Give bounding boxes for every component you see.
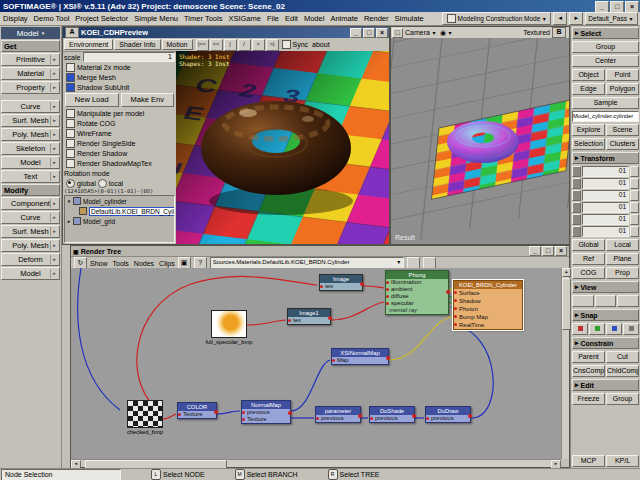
axis-toggle-button[interactable] bbox=[572, 178, 581, 189]
pass-prev-icon[interactable]: ◂ bbox=[553, 12, 567, 25]
node-parameter[interactable]: parameter previous bbox=[315, 406, 361, 423]
global-radio[interactable] bbox=[66, 179, 75, 188]
snap-point-icon[interactable] bbox=[572, 323, 588, 335]
node-port[interactable]: Bump Map bbox=[454, 313, 522, 321]
select-section-header[interactable]: ▸ Select bbox=[572, 27, 639, 39]
explorer-item[interactable]: ▾ Model_cylinder bbox=[65, 196, 174, 206]
field-stepper-button[interactable] bbox=[630, 214, 639, 225]
node-title[interactable]: COLOR bbox=[178, 403, 216, 411]
option-checkbox[interactable] bbox=[66, 109, 75, 118]
option-checkbox[interactable] bbox=[66, 119, 75, 128]
menu-item[interactable]: Render bbox=[361, 14, 392, 23]
node-title[interactable]: KOEI_BRDN_Cylinder bbox=[454, 281, 522, 289]
axis-toggle-button[interactable] bbox=[572, 226, 581, 237]
get-section-header[interactable]: Get bbox=[1, 40, 60, 52]
node-normalmap[interactable]: NormalMap previousTexture bbox=[241, 400, 291, 424]
construction-mode-dropdown[interactable]: Modeling Construction Mode ▾ bbox=[442, 12, 552, 25]
node-phong[interactable]: Phong Illuminationambientdiffusespecular… bbox=[385, 270, 449, 315]
scene-button[interactable]: Scene bbox=[606, 124, 639, 136]
node-port[interactable]: ambient bbox=[386, 286, 448, 293]
toolbar-button[interactable]: Model ▸ bbox=[1, 267, 60, 280]
submenu-arrow-icon[interactable]: ▸ bbox=[50, 269, 58, 278]
menu-item[interactable]: File bbox=[264, 14, 282, 23]
sync-checkbox[interactable] bbox=[282, 40, 291, 49]
pass-dropdown[interactable]: Default_Pass ▾ bbox=[585, 12, 638, 25]
node-port[interactable]: Texture bbox=[178, 411, 216, 418]
menu-item[interactable]: Timer Tools bbox=[181, 14, 225, 23]
horizontal-scrollbar[interactable]: ◂ ▸ bbox=[71, 459, 561, 467]
transform-section-header[interactable]: ▸ Transform bbox=[572, 152, 639, 164]
axis-toggle-button[interactable] bbox=[572, 190, 581, 201]
new-load-button[interactable]: New Load bbox=[65, 93, 119, 107]
option-checkbox[interactable] bbox=[66, 139, 75, 148]
output-port-icon[interactable] bbox=[214, 410, 218, 414]
submenu-arrow-icon[interactable]: ▸ bbox=[50, 255, 58, 264]
preview-titlebar[interactable]: A KOEI_CDHPreview _ □ × bbox=[63, 27, 389, 38]
node-port[interactable]: previous bbox=[370, 415, 414, 422]
submenu-arrow-icon[interactable]: ▸ bbox=[50, 69, 58, 78]
transport-button[interactable]: |<< bbox=[196, 39, 209, 51]
toolbar-button[interactable]: Curve ▸ bbox=[1, 211, 60, 224]
axis-toggle-button[interactable] bbox=[572, 166, 581, 177]
submenu-arrow-icon[interactable]: ▸ bbox=[50, 55, 58, 64]
global-mode-button[interactable]: Global bbox=[572, 239, 605, 251]
node-port[interactable]: Illumination bbox=[386, 279, 448, 286]
menu-item[interactable]: Edit bbox=[282, 14, 301, 23]
toolbar-button[interactable]: Material ▸ bbox=[1, 67, 60, 80]
output-port-icon[interactable] bbox=[412, 414, 416, 418]
sample-filter-button[interactable]: Sample bbox=[572, 97, 639, 109]
tab-environment[interactable]: Environment bbox=[64, 39, 113, 50]
toolbar-button[interactable]: Deform ▸ bbox=[1, 253, 60, 266]
menu-item[interactable]: Animate bbox=[327, 14, 361, 23]
node-image[interactable]: Image tex bbox=[319, 274, 363, 291]
node-port[interactable]: diffuse bbox=[386, 293, 448, 300]
field-stepper-button[interactable] bbox=[630, 202, 639, 213]
output-port-icon[interactable] bbox=[360, 282, 364, 286]
toolbar-mode-dropdown[interactable]: Model ▾ bbox=[1, 27, 60, 39]
shadow-subunit-checkbox[interactable] bbox=[66, 83, 75, 92]
node-title[interactable]: Phong bbox=[386, 271, 448, 279]
minimize-icon[interactable]: _ bbox=[350, 28, 362, 38]
node-image1[interactable]: Image1 tex bbox=[287, 308, 331, 325]
selection-button[interactable]: Selection bbox=[572, 138, 605, 150]
render-tree-menu-item[interactable]: Clips bbox=[159, 260, 175, 267]
node-koei-brdn-cylinder[interactable]: KOEI_BRDN_Cylinder SurfaceShadowPhotonBu… bbox=[453, 280, 523, 330]
submenu-arrow-icon[interactable]: ▸ bbox=[50, 172, 58, 181]
center-button[interactable]: Center bbox=[572, 55, 639, 67]
expand-icon[interactable]: ▾ bbox=[65, 198, 73, 204]
viewport-b-canvas[interactable]: Result bbox=[391, 38, 569, 244]
polygon-filter-button[interactable]: Polygon bbox=[606, 83, 639, 95]
group-edit-button[interactable]: Group bbox=[606, 393, 639, 405]
local-mode-button[interactable]: Local bbox=[606, 239, 639, 251]
axis-toggle-button[interactable] bbox=[572, 214, 581, 225]
transform-value-field[interactable]: 01 bbox=[582, 202, 629, 213]
edge-filter-button[interactable]: Edge bbox=[572, 83, 605, 95]
material-2x-checkbox[interactable] bbox=[66, 63, 75, 72]
submenu-arrow-icon[interactable]: ▸ bbox=[50, 83, 58, 92]
texture-thumbnail[interactable] bbox=[127, 400, 163, 428]
transform-value-field[interactable]: 01 bbox=[582, 214, 629, 225]
edit-section-header[interactable]: ▸ Edit bbox=[572, 379, 639, 391]
transform-value-field[interactable]: 01 bbox=[582, 178, 629, 189]
render-tree-menu-item[interactable]: Tools bbox=[113, 260, 129, 267]
option-row[interactable]: Manipulate per model bbox=[64, 108, 175, 118]
modify-section-header[interactable]: Modify bbox=[1, 184, 60, 196]
render-tree-titlebar[interactable]: ▣ Render Tree _ □ × bbox=[71, 246, 569, 257]
toolbar-button[interactable]: Poly. Mesh ▸ bbox=[1, 128, 60, 141]
viewport-a-canvas[interactable]: B C 2 3 D E F 5 6 7 L U bbox=[176, 51, 389, 244]
node-port[interactable]: tex bbox=[320, 283, 362, 290]
ref-mode-button[interactable]: Ref bbox=[572, 253, 605, 265]
output-port-icon[interactable] bbox=[358, 414, 362, 418]
view-tool-button[interactable] bbox=[617, 295, 639, 307]
group-button[interactable]: Group bbox=[572, 41, 639, 53]
toolbar-button[interactable]: Model ▸ bbox=[1, 156, 60, 169]
node-title[interactable]: Image bbox=[320, 275, 362, 283]
transport-button[interactable]: / bbox=[238, 39, 251, 51]
option-row[interactable]: Material 2x mode bbox=[64, 62, 175, 72]
render-tree-menu-item[interactable]: Show bbox=[90, 260, 108, 267]
field-stepper-button[interactable] bbox=[630, 226, 639, 237]
output-port-icon[interactable] bbox=[386, 356, 390, 360]
toolbar-button[interactable]: Curve ▸ bbox=[1, 100, 60, 113]
cnscomp-button[interactable]: CnsComp bbox=[572, 365, 605, 377]
node-port[interactable]: specular bbox=[386, 300, 448, 307]
